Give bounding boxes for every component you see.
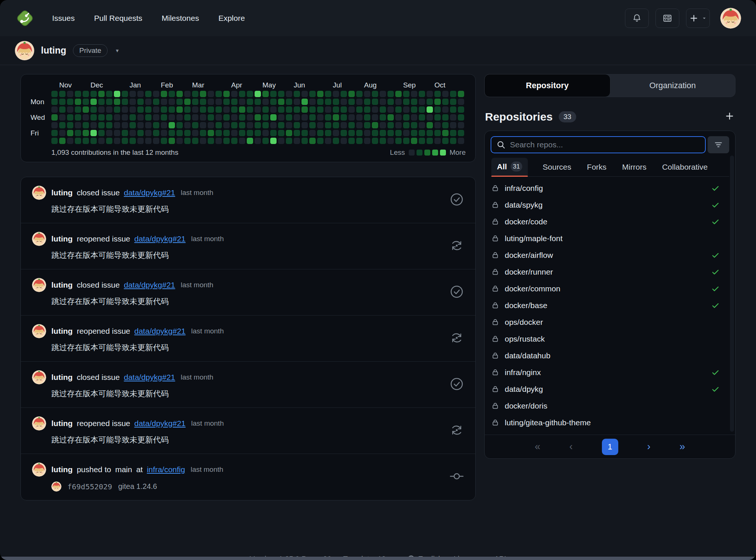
repo-list-item[interactable]: ops/rustack: [491, 330, 728, 347]
heatmap-cell[interactable]: [372, 122, 378, 128]
heatmap-cell[interactable]: [278, 106, 284, 113]
heatmap-cell[interactable]: [411, 91, 417, 97]
heatmap-cell[interactable]: [153, 99, 159, 105]
heatmap-cell[interactable]: [427, 138, 433, 144]
heatmap-cell[interactable]: [317, 91, 323, 97]
heatmap-cell[interactable]: [427, 106, 433, 113]
heatmap-cell[interactable]: [255, 130, 261, 136]
heatmap-cell[interactable]: [270, 106, 277, 113]
heatmap-cell[interactable]: [67, 106, 73, 113]
heatmap-cell[interactable]: [387, 114, 394, 121]
heatmap-cell[interactable]: [387, 99, 394, 105]
heatmap-cell[interactable]: [317, 99, 323, 105]
heatmap-cell[interactable]: [247, 138, 253, 144]
heatmap-cell[interactable]: [262, 138, 269, 144]
heatmap-cell[interactable]: [231, 106, 237, 113]
heatmap-cell[interactable]: [333, 99, 339, 105]
heatmap-cell[interactable]: [67, 138, 73, 144]
heatmap-cell[interactable]: [364, 130, 370, 136]
heatmap-cell[interactable]: [114, 106, 120, 113]
heatmap-cell[interactable]: [98, 138, 105, 144]
heatmap-cell[interactable]: [83, 99, 89, 105]
heatmap-cell[interactable]: [427, 114, 433, 121]
heatmap-cell[interactable]: [75, 106, 81, 113]
heatmap-cell[interactable]: [294, 122, 300, 128]
heatmap-cell[interactable]: [403, 138, 409, 144]
heatmap-cell[interactable]: [387, 138, 394, 144]
heatmap-cell[interactable]: [403, 122, 409, 128]
heatmap-cell[interactable]: [372, 106, 378, 113]
heatmap-cell[interactable]: [192, 91, 198, 97]
heatmap-cell[interactable]: [51, 91, 58, 97]
heatmap-cell[interactable]: [130, 138, 136, 144]
heatmap-cell[interactable]: [278, 99, 284, 105]
tab-repository[interactable]: Repository: [484, 74, 610, 97]
heatmap-cell[interactable]: [216, 130, 222, 136]
heatmap-cell[interactable]: [145, 130, 151, 136]
heatmap-cell[interactable]: [90, 106, 97, 113]
heatmap-cell[interactable]: [161, 138, 167, 144]
heatmap-cell[interactable]: [169, 130, 175, 136]
heatmap-cell[interactable]: [98, 91, 105, 97]
heatmap-cell[interactable]: [208, 99, 214, 105]
heatmap-cell[interactable]: [341, 91, 347, 97]
navbar-link[interactable]: Explore: [218, 14, 245, 23]
heatmap-cell[interactable]: [208, 114, 214, 121]
heatmap-cell[interactable]: [294, 91, 300, 97]
heatmap-cell[interactable]: [278, 114, 284, 121]
heatmap-cell[interactable]: [434, 91, 441, 97]
heatmap-cell[interactable]: [239, 106, 245, 113]
heatmap-cell[interactable]: [356, 122, 363, 128]
gitea-logo-icon[interactable]: [15, 8, 35, 28]
heatmap-cell[interactable]: [411, 106, 417, 113]
heatmap-cell[interactable]: [59, 99, 66, 105]
heatmap-cell[interactable]: [231, 138, 237, 144]
heatmap-cell[interactable]: [262, 99, 269, 105]
heatmap-cell[interactable]: [83, 91, 89, 97]
heatmap-cell[interactable]: [83, 106, 89, 113]
heatmap-cell[interactable]: [122, 114, 128, 121]
heatmap-cell[interactable]: [98, 99, 105, 105]
heatmap-cell[interactable]: [411, 99, 417, 105]
heatmap-cell[interactable]: [192, 122, 198, 128]
repo-list-item[interactable]: docker/runner: [491, 263, 728, 280]
repo-filter-tab[interactable]: Sources: [542, 159, 572, 176]
heatmap-cell[interactable]: [114, 99, 120, 105]
heatmap-cell[interactable]: [419, 122, 425, 128]
heatmap-cell[interactable]: [223, 106, 230, 113]
heatmap-cell[interactable]: [286, 106, 292, 113]
heatmap-cell[interactable]: [153, 91, 159, 97]
heatmap-cell[interactable]: [184, 99, 191, 105]
heatmap-cell[interactable]: [184, 106, 191, 113]
heatmap-cell[interactable]: [239, 122, 245, 128]
heatmap-cell[interactable]: [458, 138, 464, 144]
heatmap-cell[interactable]: [270, 130, 277, 136]
heatmap-cell[interactable]: [208, 122, 214, 128]
heatmap-cell[interactable]: [231, 130, 237, 136]
actor-avatar[interactable]: [32, 278, 46, 292]
heatmap-cell[interactable]: [302, 106, 308, 113]
pagination-last-button[interactable]: »: [680, 441, 685, 452]
activity-actor[interactable]: luting: [51, 281, 73, 289]
heatmap-cell[interactable]: [137, 114, 144, 121]
tab-organization[interactable]: Organization: [610, 74, 736, 97]
heatmap-cell[interactable]: [216, 114, 222, 121]
heatmap-cell[interactable]: [106, 99, 112, 105]
activity-actor[interactable]: luting: [51, 465, 73, 474]
heatmap-cell[interactable]: [184, 122, 191, 128]
heatmap-cell[interactable]: [341, 130, 347, 136]
heatmap-cell[interactable]: [114, 130, 120, 136]
repo-filter-tab[interactable]: Forks: [586, 159, 607, 176]
heatmap-cell[interactable]: [255, 106, 261, 113]
heatmap-cell[interactable]: [83, 114, 89, 121]
heatmap-cell[interactable]: [255, 91, 261, 97]
heatmap-cell[interactable]: [278, 138, 284, 144]
heatmap-cell[interactable]: [59, 130, 66, 136]
heatmap-cell[interactable]: [325, 122, 331, 128]
heatmap-cell[interactable]: [403, 99, 409, 105]
heatmap-cell[interactable]: [161, 130, 167, 136]
heatmap-cell[interactable]: [161, 99, 167, 105]
heatmap-cell[interactable]: [153, 130, 159, 136]
activity-actor[interactable]: luting: [51, 327, 73, 336]
heatmap-cell[interactable]: [364, 106, 370, 113]
